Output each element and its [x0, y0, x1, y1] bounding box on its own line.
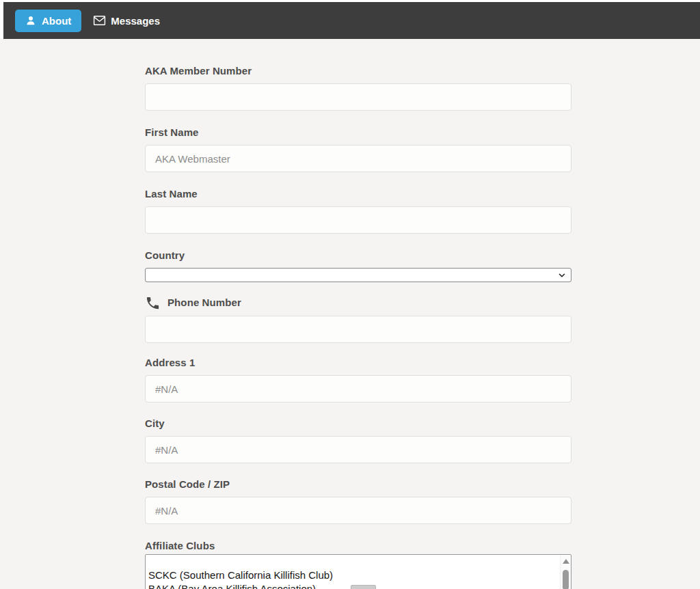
postal-code-label: Postal Code / ZIP	[145, 478, 571, 491]
aka-member-number-input[interactable]	[145, 83, 571, 111]
field-group-city: City	[145, 417, 571, 463]
scrollbar-thumb[interactable]	[563, 570, 569, 589]
country-label: Country	[145, 249, 571, 262]
messages-nav-label: Messages	[111, 15, 160, 27]
field-group-phone-number: Phone Number	[145, 294, 571, 343]
last-name-label: Last Name	[145, 188, 571, 200]
city-input[interactable]	[145, 436, 571, 463]
phone-number-input[interactable]	[145, 316, 571, 343]
field-group-affiliate-clubs: Affiliate Clubs SCKC (Southern Californi…	[145, 540, 571, 589]
about-button[interactable]: About	[15, 10, 81, 32]
field-group-first-name: First Name	[145, 126, 571, 172]
last-name-input[interactable]	[145, 206, 571, 234]
field-group-address-1: Address 1	[145, 357, 571, 402]
aka-member-number-label: AKA Member Number	[145, 65, 571, 77]
listbox-scrollbar[interactable]	[560, 556, 570, 589]
first-name-label: First Name	[145, 126, 571, 139]
postal-code-input[interactable]	[145, 497, 571, 524]
field-group-country: Country	[145, 249, 571, 282]
field-group-aka-member-number: AKA Member Number	[145, 65, 571, 111]
person-icon	[25, 15, 36, 26]
country-select[interactable]	[145, 268, 571, 282]
top-navbar: About Messages	[3, 2, 700, 39]
profile-form: AKA Member Number First Name Last Name C…	[145, 39, 571, 589]
phone-label-row: Phone Number	[145, 294, 571, 311]
page-background: AKA Member Number First Name Last Name C…	[0, 39, 700, 589]
scroll-up-arrow-icon	[563, 559, 569, 564]
country-select-wrap	[145, 268, 571, 282]
address-1-input[interactable]	[145, 375, 571, 402]
phone-icon	[145, 295, 161, 311]
affiliate-clubs-listbox[interactable]: SCKC (Southern California Killifish Club…	[145, 554, 571, 589]
scrollbar-up-button[interactable]	[561, 556, 571, 567]
affiliate-club-option-blank[interactable]	[146, 555, 571, 569]
about-button-label: About	[42, 15, 71, 27]
field-group-last-name: Last Name	[145, 188, 571, 234]
affiliate-clubs-label: Affiliate Clubs	[145, 540, 571, 552]
partial-gray-box	[351, 585, 376, 589]
affiliate-club-option-sckc[interactable]: SCKC (Southern California Killifish Club…	[146, 569, 571, 582]
city-label: City	[145, 417, 571, 430]
field-group-postal-code: Postal Code / ZIP	[145, 478, 571, 524]
first-name-input[interactable]	[145, 145, 571, 172]
envelope-icon	[93, 15, 106, 26]
phone-number-label: Phone Number	[167, 297, 241, 309]
messages-nav-item[interactable]: Messages	[93, 15, 160, 27]
address-1-label: Address 1	[145, 357, 571, 369]
